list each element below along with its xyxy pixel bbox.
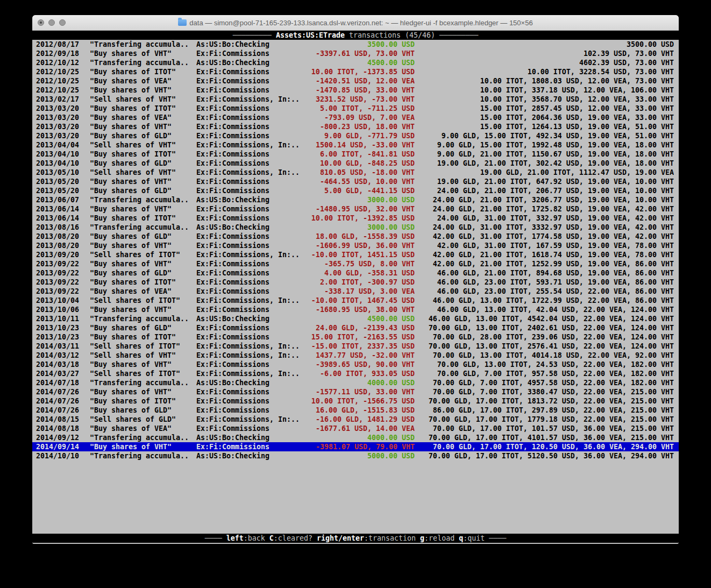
transaction-date: 2013/10/04 (36, 296, 90, 305)
hledger-header-bar: ───────── Assets:US:ETrade transactions … (32, 31, 679, 40)
transaction-row[interactable]: 2013/08/16"Transfering accumula..As:US:B… (32, 223, 679, 232)
transaction-description: "Buy shares of VHT" (90, 241, 196, 250)
transaction-other-accounts: Ex:Fi:Commissions (196, 204, 304, 214)
transaction-row[interactable]: 2014/07/26"Buy shares of ITOT"Ex:Fi:Comm… (32, 396, 679, 406)
transaction-description: "Buy shares of VHT" (90, 442, 196, 451)
transaction-row[interactable]: 2014/10/10"Transfering accumula..As:US:B… (32, 451, 679, 461)
terminal-window: data — simon@pool-71-165-239-133.lsanca.… (32, 15, 679, 544)
transaction-other-accounts: Ex:Fi:Commissions, In:.. (196, 342, 304, 351)
transaction-row[interactable]: 2014/03/27"Sell shares of ITOT"Ex:Fi:Com… (32, 369, 679, 378)
transaction-date: 2013/09/22 (36, 278, 90, 287)
key-hints: left:back C:cleared? right/enter:transac… (226, 534, 485, 543)
folder-icon (178, 19, 187, 26)
close-button[interactable] (38, 19, 44, 26)
transaction-date: 2013/05/20 (36, 177, 90, 186)
transaction-row[interactable]: 2013/03/20"Buy shares of VEA"Ex:Fi:Commi… (32, 113, 679, 122)
transaction-row[interactable]: 2013/06/14"Buy shares of ITOT"Ex:Fi:Comm… (32, 214, 679, 223)
minimize-button[interactable] (48, 19, 55, 26)
transaction-change: 16.00 GLD, -1515.83 USD (304, 406, 415, 415)
transaction-row[interactable]: 2013/03/20"Buy shares of VHT"Ex:Fi:Commi… (32, 122, 679, 131)
header-border-left: ───────── (233, 31, 272, 40)
transaction-date: 2013/08/20 (36, 241, 90, 250)
transaction-change: 1437.77 USD, -32.00 VHT (304, 351, 415, 360)
header-subtitle: transactions (45/46) (349, 31, 435, 40)
transaction-row[interactable]: 2013/05/10"Sell shares of VHT"Ex:Fi:Comm… (32, 168, 679, 177)
transaction-balance: 70.00 GLD, 13.00 ITOT, 2402.61 USD, 22.0… (415, 323, 674, 332)
transaction-row[interactable]: 2014/08/18"Buy shares of VEA"Ex:Fi:Commi… (32, 424, 679, 433)
transaction-row[interactable]: 2014/03/12"Sell shares of VHT"Ex:Fi:Comm… (32, 351, 679, 360)
transaction-date: 2014/07/26 (36, 406, 90, 415)
transaction-other-accounts: As:US:Bo:Checking (196, 433, 304, 442)
transaction-row[interactable]: 2012/10/25"Buy shares of ITOT"Ex:Fi:Comm… (32, 67, 679, 76)
transaction-row[interactable]: 2013/09/22"Buy shares of GLD"Ex:Fi:Commi… (32, 268, 679, 278)
transaction-description: "Transfering accumula.. (90, 223, 196, 232)
transaction-balance: 19.00 GLD, 21.00 ITOT, 1112.47 USD, 19.0… (415, 168, 674, 177)
key-hint-action: :back (244, 534, 265, 542)
transaction-row[interactable]: 2013/05/20"Buy shares of GLD"Ex:Fi:Commi… (32, 186, 679, 195)
transaction-row[interactable]: 2013/09/20"Sell shares of ITOT"Ex:Fi:Com… (32, 250, 679, 259)
transaction-description: "Buy shares of ITOT" (90, 104, 196, 113)
transaction-description: "Buy shares of VEA" (90, 113, 196, 122)
transaction-row[interactable]: 2014/07/18"Transfering accumula..As:US:B… (32, 378, 679, 387)
transaction-date: 2014/03/11 (36, 342, 90, 351)
zoom-button[interactable] (59, 19, 66, 26)
transaction-row[interactable]: 2013/09/22"Buy shares of ITOT"Ex:Fi:Comm… (32, 278, 679, 287)
transaction-row[interactable]: 2013/06/14"Buy shares of VHT"Ex:Fi:Commi… (32, 204, 679, 214)
transaction-row[interactable]: 2012/10/12"Transfering accumula..As:US:B… (32, 58, 679, 67)
transaction-row[interactable]: 2013/03/20"Buy shares of ITOT"Ex:Fi:Comm… (32, 104, 679, 113)
transaction-row[interactable]: 2013/02/17"Sell shares of VHT"Ex:Fi:Comm… (32, 95, 679, 104)
transaction-date: 2014/03/27 (36, 369, 90, 378)
transaction-other-accounts: Ex:Fi:Commissions (196, 259, 304, 268)
transaction-row[interactable]: 2014/09/14"Buy shares of VHT"Ex:Fi:Commi… (32, 442, 679, 451)
transaction-other-accounts: As:US:Bo:Checking (196, 314, 304, 323)
transaction-row[interactable]: 2012/09/18"Buy shares of VHT"Ex:Fi:Commi… (32, 49, 679, 58)
transaction-row[interactable]: 2013/04/10"Buy shares of ITOT"Ex:Fi:Comm… (32, 150, 679, 159)
transaction-row[interactable]: 2014/03/18"Buy shares of VHT"Ex:Fi:Commi… (32, 360, 679, 369)
transaction-row[interactable]: 2013/08/20"Buy shares of GLD"Ex:Fi:Commi… (32, 232, 679, 241)
key-hint-action: :cleared? (274, 534, 312, 542)
transaction-row[interactable]: 2013/08/20"Buy shares of VHT"Ex:Fi:Commi… (32, 241, 679, 250)
transaction-row[interactable]: 2013/06/07"Transfering accumula..As:US:B… (32, 195, 679, 204)
transaction-row[interactable]: 2014/03/11"Sell shares of ITOT"Ex:Fi:Com… (32, 342, 679, 351)
transaction-change: 1500.14 USD, -33.00 VHT (304, 140, 415, 150)
transaction-row[interactable]: 2014/07/26"Buy shares of GLD"Ex:Fi:Commi… (32, 406, 679, 415)
transaction-row[interactable]: 2012/10/25"Buy shares of VEA"Ex:Fi:Commi… (32, 76, 679, 86)
transaction-description: "Transfering accumula.. (90, 451, 196, 461)
transaction-row[interactable]: 2013/10/06"Buy shares of VHT"Ex:Fi:Commi… (32, 305, 679, 314)
transaction-row[interactable]: 2014/09/12"Transfering accumula..As:US:B… (32, 433, 679, 442)
transaction-row[interactable]: 2012/08/17"Transfering accumula..As:US:B… (32, 40, 679, 49)
transaction-other-accounts: Ex:Fi:Commissions (196, 332, 304, 342)
transaction-date: 2012/08/17 (36, 40, 90, 49)
transaction-date: 2013/10/06 (36, 305, 90, 314)
transaction-balance: 9.00 GLD, 21.00 ITOT, 1150.67 USD, 19.00… (415, 150, 674, 159)
transaction-change: 3000.00 USD (304, 195, 415, 204)
window-titlebar[interactable]: data — simon@pool-71-165-239-133.lsanca.… (32, 15, 679, 31)
transaction-balance: 24.00 GLD, 21.00 ITOT, 206.77 USD, 19.00… (415, 186, 674, 195)
transaction-date: 2013/05/10 (36, 168, 90, 177)
transaction-row[interactable]: 2013/10/04"Sell shares of ITOT"Ex:Fi:Com… (32, 296, 679, 305)
transaction-list[interactable]: 2012/08/17"Transfering accumula..As:US:B… (32, 40, 679, 534)
transaction-other-accounts: Ex:Fi:Commissions, In:.. (196, 351, 304, 360)
transaction-row[interactable]: 2013/10/23"Buy shares of ITOT"Ex:Fi:Comm… (32, 332, 679, 342)
transaction-row[interactable]: 2013/04/10"Buy shares of GLD"Ex:Fi:Commi… (32, 159, 679, 168)
key-hint-key: right/enter (317, 534, 364, 542)
transaction-date: 2012/10/25 (36, 76, 90, 86)
transaction-row[interactable]: 2013/09/22"Buy shares of VEA"Ex:Fi:Commi… (32, 287, 679, 296)
transaction-row[interactable]: 2014/07/26"Buy shares of VHT"Ex:Fi:Commi… (32, 387, 679, 396)
terminal-content: ───────── Assets:US:ETrade transactions … (32, 31, 679, 544)
transaction-description: "Sell shares of ITOT" (90, 296, 196, 305)
transaction-row[interactable]: 2013/05/20"Buy shares of VHT"Ex:Fi:Commi… (32, 177, 679, 186)
transaction-change: 24.00 GLD, -2139.43 USD (304, 323, 415, 332)
transaction-row[interactable]: 2012/10/25"Buy shares of VHT"Ex:Fi:Commi… (32, 86, 679, 95)
transaction-balance: 46.00 GLD, 13.00 ITOT, 1722.99 USD, 22.0… (415, 296, 674, 305)
transaction-row[interactable]: 2013/09/22"Buy shares of VHT"Ex:Fi:Commi… (32, 259, 679, 268)
transaction-row[interactable]: 2013/10/23"Buy shares of GLD"Ex:Fi:Commi… (32, 323, 679, 332)
transaction-description: "Transfering accumula.. (90, 58, 196, 67)
transaction-row[interactable]: 2013/10/11"Transfering accumula..As:US:B… (32, 314, 679, 323)
transaction-row[interactable]: 2013/03/20"Buy shares of GLD"Ex:Fi:Commi… (32, 131, 679, 140)
transaction-other-accounts: Ex:Fi:Commissions (196, 287, 304, 296)
transaction-row[interactable]: 2014/08/15"Sell shares of GLD"Ex:Fi:Comm… (32, 415, 679, 424)
transaction-date: 2014/03/12 (36, 351, 90, 360)
transaction-date: 2014/03/18 (36, 360, 90, 369)
transaction-row[interactable]: 2013/04/04"Sell shares of VHT"Ex:Fi:Comm… (32, 140, 679, 150)
